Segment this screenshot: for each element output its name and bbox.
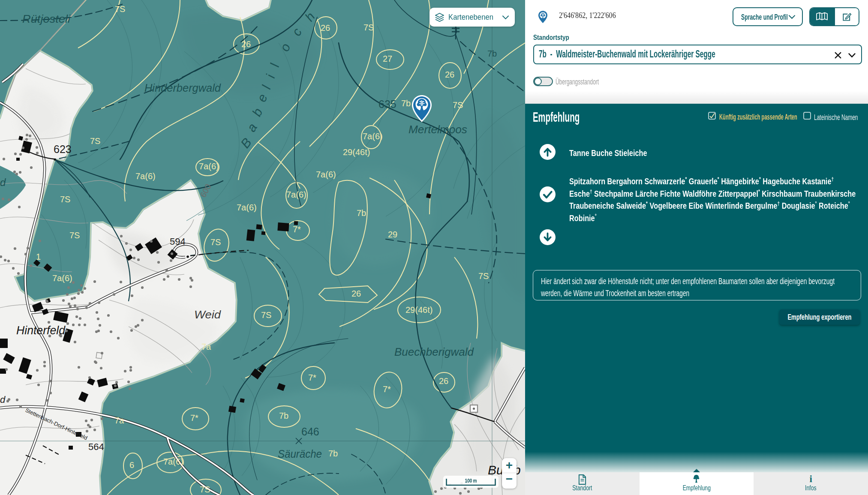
svg-text:Säuräche: Säuräche <box>278 447 322 460</box>
svg-text:623: 623 <box>54 143 72 155</box>
svg-text:7a(6): 7a(6) <box>286 190 306 199</box>
svg-text:7a(6): 7a(6) <box>163 457 183 466</box>
svg-text:6: 6 <box>129 460 134 470</box>
svg-text:7S: 7S <box>115 4 125 14</box>
svg-text:26: 26 <box>445 70 454 79</box>
svg-text:7*: 7* <box>293 225 301 234</box>
svg-text:564: 564 <box>88 441 104 452</box>
svg-text:7a: 7a <box>201 342 211 351</box>
svg-text:7S: 7S <box>90 136 100 146</box>
svg-text:7a(6): 7a(6) <box>135 171 156 181</box>
svg-text:646: 646 <box>301 426 319 438</box>
svg-text:7b: 7b <box>401 99 411 108</box>
svg-text:7b: 7b <box>328 449 338 458</box>
svg-text:Mertelmoos: Mertelmoos <box>408 123 467 136</box>
svg-text:7*: 7* <box>190 413 198 423</box>
svg-text:7a: 7a <box>114 416 124 425</box>
svg-text:26: 26 <box>439 376 448 386</box>
svg-text:d: d <box>0 177 6 188</box>
svg-text:7S: 7S <box>478 271 489 281</box>
svg-text:7a(6): 7a(6) <box>363 132 383 141</box>
svg-text:29: 29 <box>388 230 397 239</box>
svg-text:26: 26 <box>241 39 251 49</box>
svg-text:29(46t): 29(46t) <box>405 305 432 315</box>
svg-text:7a(6): 7a(6) <box>237 203 257 212</box>
svg-text:7b: 7b <box>279 411 288 420</box>
svg-text:27: 27 <box>383 54 392 63</box>
svg-text:594: 594 <box>170 236 186 247</box>
svg-text:Buechberigwald: Buechberigwald <box>394 345 475 358</box>
svg-text:7S: 7S <box>200 485 210 494</box>
svg-text:7a(6): 7a(6) <box>316 170 336 179</box>
svg-text:7*: 7* <box>383 384 391 394</box>
svg-text:635: 635 <box>378 98 396 110</box>
svg-text:7a(6): 7a(6) <box>52 273 72 283</box>
svg-text:7S: 7S <box>261 310 271 320</box>
svg-text:7S: 7S <box>60 195 70 204</box>
svg-text:Bu: Bu <box>488 463 504 477</box>
svg-text:1: 1 <box>36 252 41 261</box>
svg-text:Rütjosteli: Rütjosteli <box>22 12 71 25</box>
svg-text:7S: 7S <box>69 231 80 240</box>
svg-text:Weid: Weid <box>194 308 222 321</box>
svg-text:7a(6): 7a(6) <box>199 162 219 171</box>
svg-text:29(46t): 29(46t) <box>343 147 370 157</box>
svg-text:7b: 7b <box>487 49 497 58</box>
svg-text:7*: 7* <box>308 373 316 382</box>
svg-text:7S: 7S <box>363 23 374 32</box>
svg-text:Hinterfeld: Hinterfeld <box>16 324 66 337</box>
svg-text:Hinderbergwald: Hinderbergwald <box>144 81 221 94</box>
svg-text:7S: 7S <box>210 237 221 247</box>
svg-text:7b: 7b <box>357 208 366 218</box>
svg-text:26: 26 <box>351 289 361 298</box>
svg-text:7S: 7S <box>453 100 463 110</box>
svg-text:d: d <box>0 394 6 405</box>
svg-text:26: 26 <box>321 23 330 33</box>
